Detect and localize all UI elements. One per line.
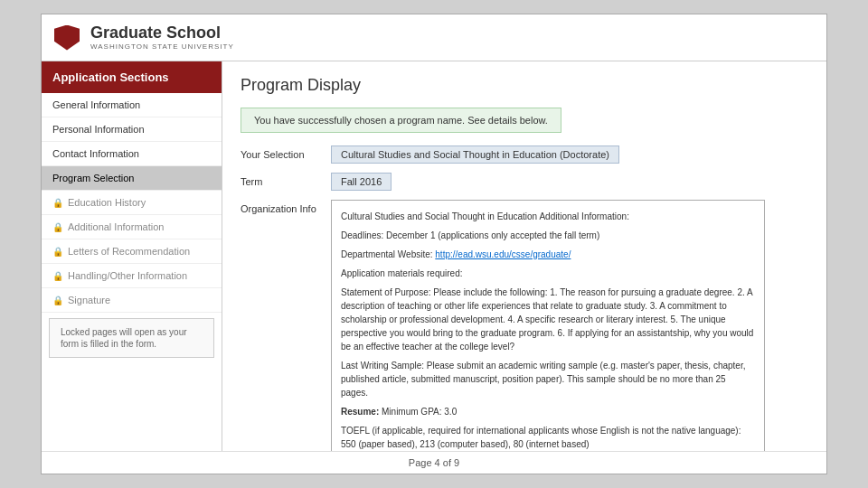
sidebar: Application Sections General Information… — [42, 61, 222, 451]
sidebar-item-signature: 🔒 Signature — [42, 288, 222, 313]
lock-icon: 🔒 — [52, 271, 63, 281]
main-content: Program Display You have successfully ch… — [222, 61, 826, 451]
lock-icon: 🔒 — [52, 296, 63, 305]
term-value: Fall 2016 — [331, 173, 392, 191]
org-info-label: Organization Info — [241, 200, 322, 214]
org-resume: Resume: Minimum GPA: 3.0 — [341, 405, 755, 418]
lock-icon: 🔒 — [52, 222, 63, 232]
sidebar-item-general[interactable]: General Information — [42, 93, 222, 117]
page-indicator: Page 4 of 9 — [409, 457, 459, 468]
selection-value: Cultural Studies and Social Thought in E… — [331, 145, 619, 164]
page-footer: Page 4 of 9 — [42, 451, 826, 474]
wsu-shield-icon — [54, 25, 80, 51]
org-info-box: Cultural Studies and Social Thought in E… — [331, 200, 765, 451]
org-deadlines: Deadlines: December 1 (applications only… — [341, 229, 755, 242]
school-name: Graduate School — [90, 24, 234, 42]
logo-text: Graduate School Washington State Univers… — [90, 24, 234, 51]
sidebar-item-additional: 🔒 Additional Information — [42, 215, 222, 239]
dept-website-link[interactable]: http://ead.wsu.edu/csse/graduate/ — [435, 249, 571, 259]
lock-icon: 🔒 — [52, 247, 63, 257]
org-program-name: Cultural Studies and Social Thought in E… — [341, 210, 755, 223]
sidebar-item-handling: 🔒 Handling/Other Information — [42, 264, 222, 288]
sidebar-header: Application Sections — [42, 61, 222, 93]
org-statement: Statement of Purpose: Please include the… — [341, 286, 755, 353]
content-area: Application Sections General Information… — [42, 61, 826, 451]
term-label: Term — [241, 173, 322, 187]
lock-icon: 🔒 — [52, 198, 63, 208]
sidebar-item-letters: 🔒 Letters of Recommendation — [42, 239, 222, 264]
org-info-row: Organization Info Cultural Studies and S… — [241, 200, 808, 451]
page-title: Program Display — [241, 76, 808, 95]
org-app-materials: Application materials required: — [341, 267, 755, 280]
sidebar-item-program[interactable]: Program Selection — [42, 166, 222, 191]
selection-label: Your Selection — [241, 145, 322, 160]
success-banner: You have successfully chosen a program n… — [241, 108, 561, 133]
org-dept-website: Departmental Website: http://ead.wsu.edu… — [341, 248, 755, 261]
selection-row: Your Selection Cultural Studies and Soci… — [241, 145, 808, 164]
locked-note: Locked pages will open as your form is f… — [49, 318, 214, 358]
university-name: Washington State University — [90, 42, 234, 51]
org-toefl: TOEFL (if applicable, required for inter… — [341, 424, 755, 451]
term-row: Term Fall 2016 — [241, 173, 808, 191]
sidebar-item-personal[interactable]: Personal Information — [42, 117, 222, 142]
sidebar-item-contact[interactable]: Contact Information — [42, 142, 222, 166]
org-writing-sample: Last Writing Sample: Please submit an ac… — [341, 359, 755, 399]
sidebar-item-education: 🔒 Education History — [42, 191, 222, 215]
main-container: Graduate School Washington State Univers… — [41, 14, 827, 474]
header: Graduate School Washington State Univers… — [42, 14, 826, 61]
